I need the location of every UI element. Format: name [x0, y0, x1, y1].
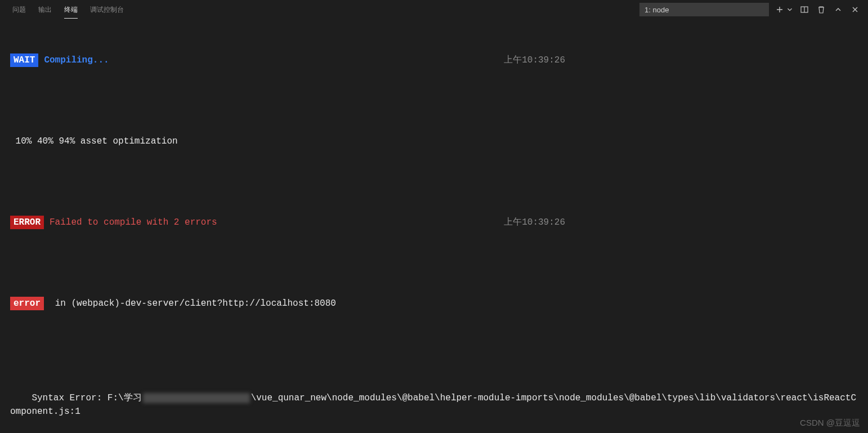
line-error-summary: ERROR Failed to compile with 2 errors 上午…: [10, 216, 858, 229]
error-summary-text: Failed to compile with 2 errors: [50, 216, 217, 229]
panel-actions: 1: node: [639, 3, 861, 16]
line-wait: WAIT Compiling... 上午10:39:26: [10, 53, 858, 67]
compiling-text: Compiling...: [44, 53, 109, 67]
error-summary-badge: ERROR: [10, 216, 44, 229]
tab-output[interactable]: 输出: [38, 1, 52, 19]
tab-debug-console[interactable]: 调试控制台: [90, 1, 124, 19]
terminal-output[interactable]: WAIT Compiling... 上午10:39:26 10% 40% 94%…: [0, 20, 868, 433]
line-error-1: error in (webpack)-dev-server/client?htt…: [10, 297, 858, 310]
terminal-selector-label: 1: node: [645, 6, 669, 14]
tab-problems[interactable]: 问题: [12, 1, 26, 19]
new-terminal-button[interactable]: [773, 3, 786, 16]
split-terminal-button[interactable]: [798, 3, 811, 16]
error-1-location: in (webpack)-dev-server/client?http://lo…: [50, 297, 336, 310]
tab-terminal[interactable]: 终端: [64, 1, 78, 19]
syntax-error-1: Syntax Error: F:\学习\vue_qunar_new\node_m…: [10, 378, 858, 432]
panel-header: 问题 输出 终端 调试控制台 1: node: [0, 0, 868, 20]
maximize-panel-button[interactable]: [832, 3, 844, 16]
timestamp-2: 上午10:39:26: [504, 216, 858, 229]
timestamp-1: 上午10:39:26: [504, 53, 858, 67]
progress-line: 10% 40% 94% asset optimization: [10, 135, 858, 148]
error-badge-1: error: [10, 297, 44, 310]
watermark: CSDN @豆逗逗: [800, 418, 860, 428]
terminal-selector-dropdown[interactable]: 1: node: [639, 3, 769, 16]
syntax-1-prefix: Syntax Error: F:\学习: [32, 393, 141, 403]
close-panel-button[interactable]: [849, 3, 861, 16]
panel-tabs: 问题 输出 终端 调试控制台: [7, 1, 124, 19]
kill-terminal-button[interactable]: [815, 3, 827, 16]
wait-badge: WAIT: [10, 53, 38, 67]
new-terminal-dropdown-button[interactable]: [786, 3, 794, 16]
redacted-path-1: [143, 393, 250, 403]
